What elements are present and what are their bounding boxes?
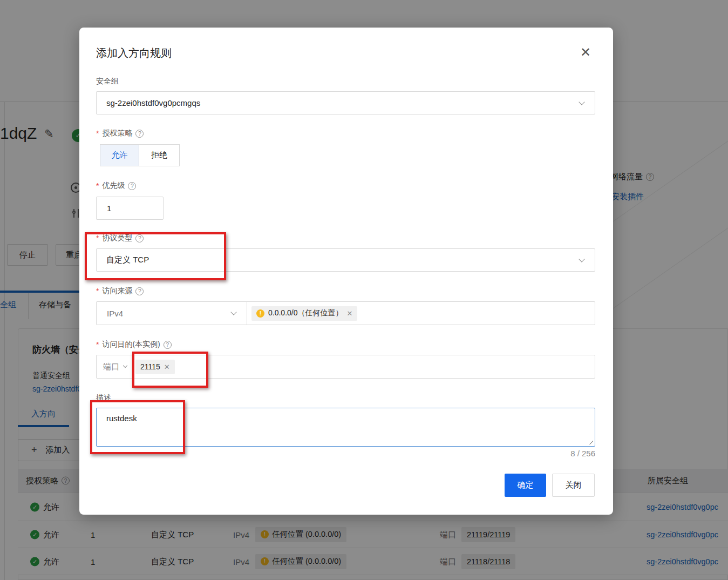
chevron-down-icon <box>123 363 127 368</box>
priority-label: * 优先级 ? <box>96 181 136 191</box>
required-mark: * <box>96 287 99 295</box>
security-group-select[interactable]: sg-2zei0hstdf0vg0pcmgqs <box>96 91 595 114</box>
annotation-box-protocol <box>85 232 226 280</box>
annotation-box-port <box>132 352 208 388</box>
policy-toggle: 允许 拒绝 <box>100 144 180 166</box>
close-button[interactable]: 关闭 <box>552 474 595 497</box>
chevron-down-icon <box>579 256 584 262</box>
required-mark: * <box>96 340 99 349</box>
source-field: IPv4 ! 0.0.0.0/0（任何位置） ✕ <box>96 301 595 325</box>
help-icon[interactable]: ? <box>128 182 136 190</box>
source-label: * 访问来源 ? <box>96 286 144 296</box>
help-icon[interactable]: ? <box>135 287 144 295</box>
close-icon[interactable]: ✕ <box>580 45 591 60</box>
help-icon[interactable]: ? <box>164 341 172 349</box>
security-group-value: sg-2zei0hstdf0vg0pcmgqs <box>106 98 200 107</box>
remove-tag-icon[interactable]: ✕ <box>347 309 353 318</box>
dialog-title: 添加入方向规则 <box>96 46 172 60</box>
chevron-down-icon <box>230 309 236 315</box>
security-group-label: 安全组 <box>96 77 119 86</box>
resize-handle[interactable] <box>588 439 593 444</box>
required-mark: * <box>96 129 99 138</box>
priority-input[interactable]: 1 <box>96 197 164 220</box>
source-tag-input[interactable]: ! 0.0.0.0/0（任何位置） ✕ <box>247 302 595 325</box>
destination-label: * 访问目的(本实例) ? <box>96 340 172 349</box>
required-mark: * <box>96 181 99 190</box>
policy-label: * 授权策略 ? <box>96 129 144 138</box>
confirm-button[interactable]: 确定 <box>505 474 546 497</box>
source-tag: ! 0.0.0.0/0（任何位置） ✕ <box>251 306 357 321</box>
char-counter: 8 / 256 <box>570 449 595 458</box>
policy-deny-button[interactable]: 拒绝 <box>139 144 180 166</box>
source-ip-version-select[interactable]: IPv4 <box>97 302 247 325</box>
chevron-down-icon <box>579 99 584 105</box>
warning-icon: ! <box>256 309 264 318</box>
annotation-box-description <box>90 400 185 454</box>
policy-allow-button[interactable]: 允许 <box>100 144 139 166</box>
help-icon[interactable]: ? <box>135 130 144 138</box>
destination-port-type-select[interactable]: 端口 <box>103 362 127 372</box>
